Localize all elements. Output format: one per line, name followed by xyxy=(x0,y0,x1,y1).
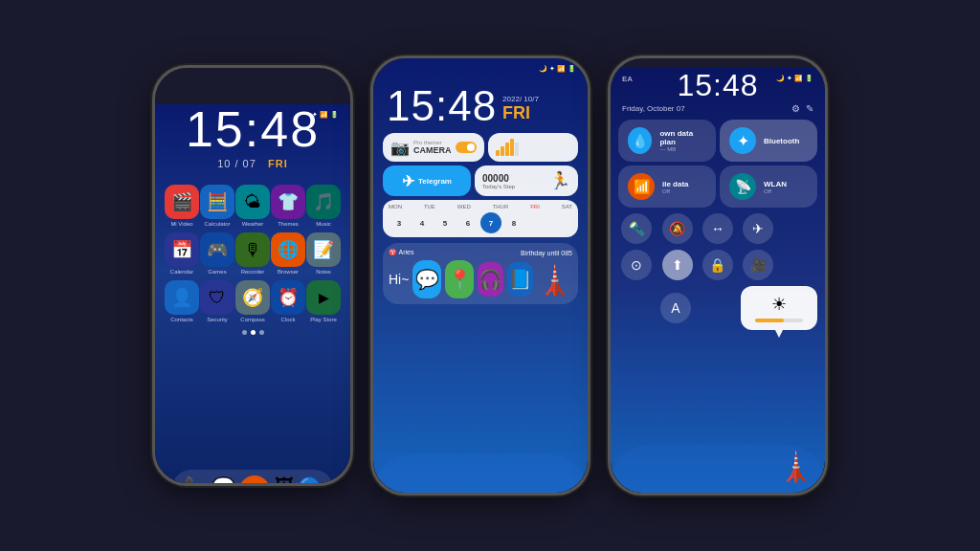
list-item[interactable]: 🖼 xyxy=(275,475,294,483)
auto-rotate-button[interactable]: ⊙ xyxy=(621,250,652,280)
cal-thur: THUR xyxy=(493,204,509,209)
list-item[interactable]: 👕 Themes xyxy=(271,185,305,227)
p2-wave xyxy=(373,454,588,493)
list-item[interactable]: 📝 Notes xyxy=(306,232,341,275)
p3-lighthouse-icon: 🗼 xyxy=(778,450,813,483)
phone-3-control-center: EA 🌙 ✦ 📶 🔋 15:48 Friday, October 07 ⚙ ✎ xyxy=(611,68,825,493)
torch-button[interactable]: 🔦 xyxy=(621,213,652,244)
p1-row2: 📅 Calendar 🎮 Games 🎙 Recorder 🌐 Browser xyxy=(165,232,341,275)
p2-apps-row: Hi~ 💬 📍 🎧 📘 🗼 xyxy=(389,260,572,298)
playstore-icon[interactable]: ▶ xyxy=(306,280,341,315)
cal-day-6: 6 xyxy=(457,212,479,233)
bluetooth-icon-3: ✦ xyxy=(787,75,792,82)
camera-widget[interactable]: 📷 Pro themer CAMERA xyxy=(383,133,484,162)
status-bar-3: EA 🌙 ✦ 📶 🔋 xyxy=(611,68,825,89)
compass-label: Compass xyxy=(235,317,270,322)
browser-icon[interactable]: 🌐 xyxy=(271,232,305,267)
dot-3 xyxy=(259,330,264,335)
phone-3-screen: EA 🌙 ✦ 📶 🔋 15:48 Friday, October 07 ⚙ ✎ xyxy=(611,58,825,493)
settings-icon[interactable]: ⚙ xyxy=(791,103,800,114)
app-maps[interactable]: 📍 xyxy=(445,260,474,298)
weather-icon[interactable]: 🌤 xyxy=(235,185,270,219)
list-item[interactable]: 👤 Contacts xyxy=(165,280,199,322)
edit-icon[interactable]: ✎ xyxy=(806,103,813,114)
brightness-container: ☀ xyxy=(741,286,817,330)
calculator-icon[interactable]: 🧮 xyxy=(200,185,234,219)
tile-wlan[interactable]: 📡 WLAN Off xyxy=(720,165,817,208)
mobile-data-sub: Off xyxy=(662,188,689,194)
cal-wed: WED xyxy=(457,204,471,209)
tile-data-plan[interactable]: 💧 own data plan --- MB xyxy=(618,120,716,162)
tile-bluetooth[interactable]: ✦ Bluetooth xyxy=(720,120,817,162)
calculator-label: Calculator xyxy=(200,221,234,227)
app-music[interactable]: 🎧 xyxy=(478,262,503,297)
dnd-button[interactable]: 🔕 xyxy=(662,213,693,244)
p3-date-line: Friday, October 07 ⚙ ✎ xyxy=(611,103,825,120)
steps-widget[interactable]: 00000 Today's Step 🏃 xyxy=(475,165,578,196)
list-item[interactable]: 🎬 Mi Video xyxy=(165,185,199,227)
list-item[interactable]: 🎙 Recorder xyxy=(235,232,270,275)
battery-icon-2: 🔋 xyxy=(568,65,576,73)
nfc-button[interactable]: ↔ xyxy=(702,213,733,244)
list-item[interactable]: 📞 xyxy=(184,475,208,483)
compass-icon[interactable]: 🧭 xyxy=(235,280,270,315)
hi-bubble: Hi~ xyxy=(389,272,409,287)
list-item[interactable]: 🎵 Music xyxy=(306,185,341,227)
camera-info: Pro themer CAMERA xyxy=(413,140,452,155)
security-icon[interactable]: 🛡 xyxy=(200,280,234,315)
calendar-widget[interactable]: MON TUE WED THUR FRI SAT 3 4 5 6 7 8 xyxy=(383,200,578,237)
list-item[interactable]: 🧮 Calculator xyxy=(200,185,234,227)
music-icon[interactable]: 🎵 xyxy=(306,185,341,219)
themes-icon[interactable]: 👕 xyxy=(271,185,305,219)
list-item[interactable]: 🌐 Browser xyxy=(271,232,305,275)
battery-widget[interactable] xyxy=(488,133,579,162)
clock-label: Clock xyxy=(271,317,305,322)
dock: 📞 💬 ⚙ 🖼 🔵 xyxy=(172,470,333,483)
telegram-widget[interactable]: ✈ Telegram xyxy=(383,165,471,196)
list-item[interactable]: 🔵 xyxy=(298,475,322,483)
games-icon[interactable]: 🎮 xyxy=(200,232,234,267)
a-button[interactable]: A xyxy=(660,293,691,323)
list-item[interactable]: 🌤 Weather xyxy=(235,185,270,227)
status-bar-2: 🌙 ✦ 📶 🔋 xyxy=(373,58,588,79)
list-item[interactable]: ⏰ Clock xyxy=(271,280,305,322)
brightness-slider[interactable] xyxy=(755,319,803,322)
brightness-fill xyxy=(755,319,784,322)
app-messages[interactable]: 💬 xyxy=(412,260,441,298)
contacts-icon[interactable]: 👤 xyxy=(165,280,199,315)
recorder-icon[interactable]: 🎙 xyxy=(235,232,270,267)
list-item[interactable]: 📅 Calendar xyxy=(165,232,199,275)
mi-video-icon[interactable]: 🎬 xyxy=(165,185,199,219)
list-item[interactable]: 💬 xyxy=(212,475,235,483)
p2-day: FRI xyxy=(502,103,539,123)
list-item[interactable]: 🛡 Security xyxy=(200,280,234,322)
p3-quick-row-2: ⊙ ⬆ 🔒 🎥 xyxy=(611,250,825,280)
phone-2-homescreen: 🌙 ✦ 📶 🔋 15:48 2022/ 10/7 FRI xyxy=(373,58,588,493)
notes-icon[interactable]: 📝 xyxy=(306,232,341,267)
clock-icon[interactable]: ⏰ xyxy=(271,280,305,315)
p1-day: FRI xyxy=(268,158,288,169)
wifi-icon-3: 📶 xyxy=(794,75,803,82)
record-button[interactable]: 🎥 xyxy=(743,250,773,280)
app-facebook[interactable]: 📘 xyxy=(507,262,533,297)
tile-mobile-data[interactable]: 📶 ile data Off xyxy=(618,165,716,208)
location-button[interactable]: ⬆ xyxy=(662,250,693,280)
bar-1 xyxy=(496,150,500,156)
calendar-icon[interactable]: 📅 xyxy=(165,232,199,267)
list-item[interactable]: ⚙ xyxy=(239,475,270,483)
list-item[interactable]: 🎮 Games xyxy=(200,232,234,275)
notes-label: Notes xyxy=(306,269,341,275)
phone-1: ✦ 📶 🔋 15:48 10 / 07 FRI 🎬 Mi Video xyxy=(152,65,353,486)
list-item[interactable]: ▶ Play Store xyxy=(306,280,341,322)
moon-icon-3: 🌙 xyxy=(776,75,785,82)
p2-widget-row-1: 📷 Pro themer CAMERA xyxy=(383,133,578,162)
wlan-icon: 📡 xyxy=(729,173,756,200)
cal-sat: SAT xyxy=(562,204,572,209)
list-item[interactable]: 🧭 Compass xyxy=(235,280,270,322)
camera-toggle[interactable] xyxy=(456,142,477,153)
spacer-2 xyxy=(781,250,812,280)
airplane-button[interactable]: ✈ xyxy=(743,213,773,244)
brightness-popup[interactable]: ☀ xyxy=(741,286,817,330)
p3-tiles: 💧 own data plan --- MB ✦ Bluetooth 📶 xyxy=(611,120,825,208)
screen-lock-button[interactable]: 🔒 xyxy=(702,250,733,280)
